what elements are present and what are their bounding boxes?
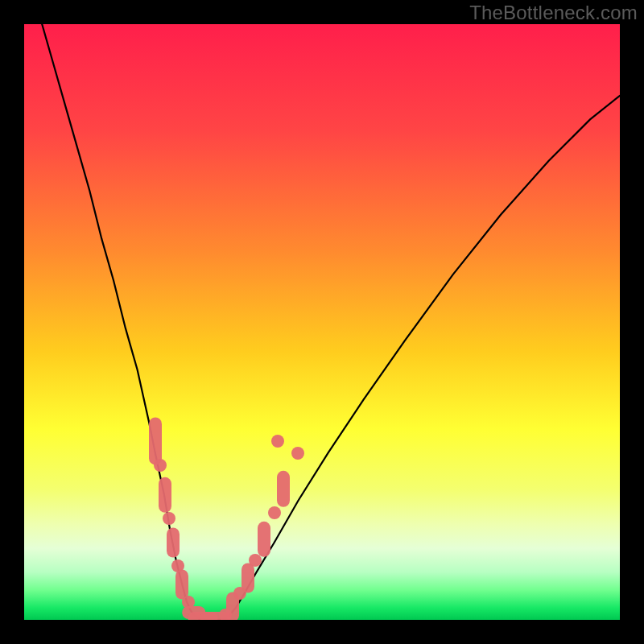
sample-marker [268, 506, 281, 519]
sample-marker [167, 527, 180, 557]
chart-frame: TheBottleneck.com [0, 0, 644, 644]
sample-marker [258, 522, 270, 557]
sample-marker [242, 564, 254, 593]
sample-marker [154, 459, 167, 472]
sample-marker [271, 435, 284, 448]
plot-area [24, 24, 620, 620]
sample-marker [277, 471, 290, 506]
sample-marker [175, 569, 188, 599]
sample-marker [291, 447, 304, 460]
sample-marker [159, 477, 171, 512]
curve-layer [24, 24, 620, 620]
attribution-text: TheBottleneck.com [469, 2, 638, 24]
bottleneck-curve [42, 24, 620, 620]
sample-marker [163, 512, 175, 525]
